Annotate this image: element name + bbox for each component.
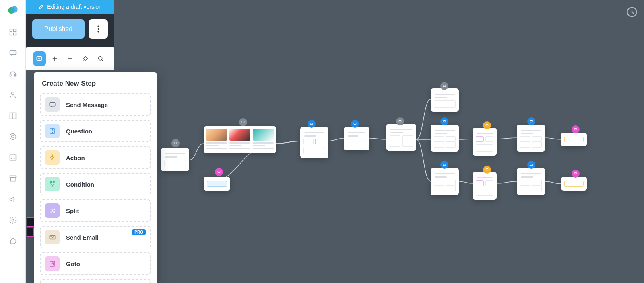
- node-badge-icon: [572, 125, 580, 133]
- step-item-question[interactable]: Question: [40, 120, 151, 142]
- step-item-label: Action: [66, 154, 85, 161]
- goto-icon: [45, 256, 60, 271]
- svg-point-17: [12, 219, 14, 221]
- rail-dashboard-icon[interactable]: [8, 27, 18, 37]
- svg-rect-2: [10, 29, 12, 32]
- tool-fit-icon[interactable]: [79, 51, 92, 66]
- flow-node[interactable]: [300, 127, 328, 158]
- rail-lifebuoy-icon[interactable]: [8, 132, 18, 142]
- svg-rect-5: [13, 33, 16, 35]
- left-rail: [0, 0, 26, 283]
- rail-user-icon[interactable]: [8, 90, 18, 100]
- step-item-label: Condition: [66, 181, 94, 188]
- flow-node[interactable]: [517, 168, 545, 195]
- flow-node[interactable]: [561, 133, 587, 146]
- more-button[interactable]: [89, 19, 108, 39]
- step-item-comment[interactable]: COMMENT: [40, 279, 151, 283]
- svg-rect-40: [174, 142, 177, 144]
- tool-search[interactable]: [94, 51, 107, 66]
- rail-columns-icon[interactable]: [8, 111, 18, 121]
- rail-settings-icon[interactable]: [8, 215, 18, 225]
- svg-rect-48: [443, 164, 446, 166]
- step-item-label: Send Email: [66, 234, 99, 241]
- svg-rect-50: [486, 169, 488, 170]
- svg-rect-47: [443, 121, 446, 122]
- flow-node[interactable]: [344, 127, 369, 150]
- step-item-action[interactable]: Action: [40, 146, 151, 169]
- draft-banner[interactable]: Editing a draft version: [26, 0, 114, 14]
- tool-zoom-in[interactable]: [48, 51, 61, 66]
- svg-rect-51: [530, 121, 533, 122]
- svg-rect-29: [50, 103, 55, 106]
- flow-node[interactable]: [517, 125, 545, 152]
- svg-point-27: [99, 57, 102, 60]
- step-item-send-message[interactable]: Send Message: [40, 93, 151, 116]
- node-badge-icon: [572, 170, 580, 178]
- rail-headset-icon[interactable]: [8, 69, 18, 79]
- flow-node[interactable]: [386, 124, 416, 151]
- node-badge-icon: [483, 121, 491, 129]
- create-step-panel: Create New Step Send MessageQuestionActi…: [34, 72, 157, 283]
- svg-rect-44: [354, 123, 356, 125]
- tool-add-step[interactable]: [33, 51, 46, 66]
- step-item-send-email[interactable]: Send EmailPRO: [40, 226, 151, 248]
- svg-rect-8: [14, 74, 16, 76]
- node-badge-icon: [215, 168, 223, 176]
- svg-rect-53: [574, 129, 577, 130]
- svg-rect-41: [242, 121, 244, 123]
- tool-zoom-out[interactable]: [64, 51, 76, 66]
- svg-rect-46: [443, 85, 446, 87]
- node-badge-icon: [171, 139, 180, 147]
- step-item-label: Split: [66, 207, 79, 214]
- flow-node[interactable]: [161, 148, 189, 171]
- svg-rect-6: [10, 50, 16, 54]
- step-item-label: Send Message: [66, 101, 108, 108]
- svg-rect-54: [574, 173, 577, 174]
- condition-icon: [45, 177, 60, 191]
- draft-banner-text: Editing a draft version: [47, 4, 101, 10]
- node-badge-icon: [483, 166, 491, 174]
- svg-point-13: [11, 135, 14, 138]
- svg-rect-3: [13, 29, 16, 32]
- svg-point-34: [52, 186, 53, 187]
- svg-rect-43: [310, 123, 313, 125]
- svg-rect-14: [10, 155, 16, 160]
- rail-megaphone-icon[interactable]: [8, 195, 18, 204]
- svg-rect-4: [10, 33, 12, 35]
- flow-node[interactable]: [431, 125, 459, 152]
- create-step-title: Create New Step: [42, 80, 151, 88]
- step-item-condition[interactable]: Condition: [40, 173, 151, 195]
- svg-line-28: [102, 60, 103, 61]
- step-item-label: Question: [66, 128, 92, 135]
- flow-node[interactable]: [561, 177, 587, 191]
- action-icon: [45, 150, 60, 165]
- flow-node[interactable]: [473, 128, 497, 156]
- svg-point-19: [97, 28, 99, 30]
- rail-chat-icon[interactable]: [8, 236, 18, 246]
- svg-rect-49: [486, 125, 488, 126]
- published-button[interactable]: Published: [32, 19, 85, 39]
- rail-presentation-icon[interactable]: [8, 48, 18, 58]
- svg-point-12: [10, 134, 16, 140]
- rail-code-icon[interactable]: [8, 153, 18, 162]
- rail-archive-icon[interactable]: [8, 174, 18, 183]
- flow-node[interactable]: [473, 172, 497, 200]
- flow-node[interactable]: [204, 177, 230, 191]
- node-badge-icon: [440, 161, 448, 169]
- edit-icon: [38, 4, 44, 10]
- more-vertical-icon: [97, 25, 99, 33]
- flow-node[interactable]: [431, 88, 459, 112]
- node-badge-icon: [440, 82, 448, 90]
- svg-rect-16: [10, 178, 15, 181]
- step-item-split[interactable]: Split: [40, 199, 151, 222]
- svg-point-1: [11, 6, 17, 13]
- flow-node[interactable]: [204, 126, 276, 153]
- step-item-goto[interactable]: Goto: [40, 252, 151, 275]
- help-corner-icon[interactable]: [626, 6, 638, 18]
- node-badge-icon: [396, 117, 404, 125]
- node-badge-icon: [527, 161, 535, 169]
- send-email-icon: [45, 230, 60, 244]
- tool-strip: [26, 47, 114, 70]
- node-badge-icon: [440, 117, 448, 125]
- flow-node[interactable]: [431, 168, 459, 195]
